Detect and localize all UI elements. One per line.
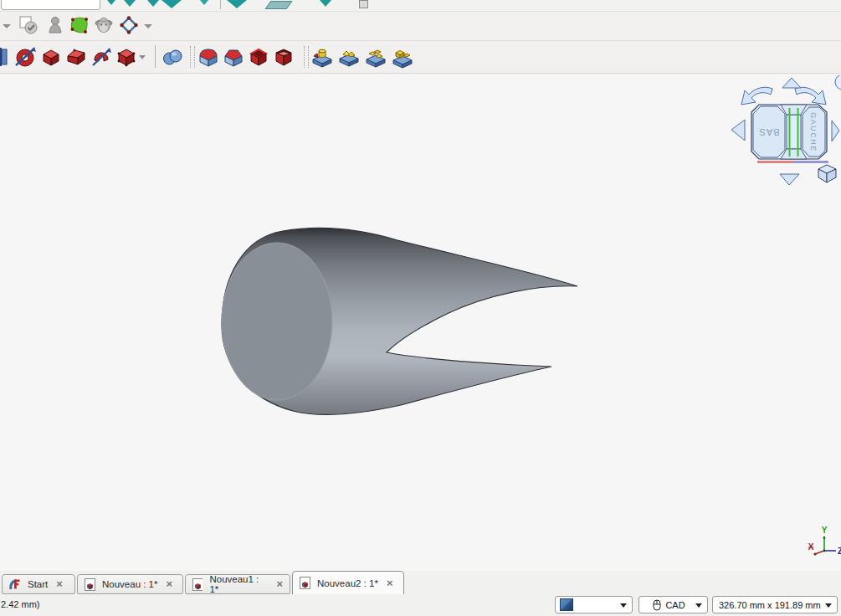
tab-label: Nouveau1 : 1*: [209, 574, 268, 594]
model-surface[interactable]: [0, 74, 841, 571]
view-dimensions-value: 326.70 mm x 191.89 mm: [719, 600, 821, 610]
navigation-style-combo[interactable]: CAD: [638, 596, 708, 613]
curve-corner-points-icon[interactable]: [117, 13, 141, 37]
teal-chevron-icon[interactable]: [320, 0, 331, 7]
mouse-icon: [653, 599, 661, 611]
boolean-fragments-icon[interactable]: [391, 45, 414, 69]
document-tab-bar: Start × Nouveau : 1* × Nouveau1 : 1* × N…: [0, 571, 841, 594]
loft-icon[interactable]: [64, 45, 88, 69]
toolbar-drag-handle[interactable]: [304, 46, 309, 68]
toolbar-row-surface: [0, 12, 841, 41]
tab-close-icon[interactable]: ×: [387, 579, 393, 588]
thickness-icon[interactable]: [272, 45, 295, 69]
tab-label: Nouveau : 1*: [102, 579, 158, 589]
boolean-section-icon[interactable]: [364, 45, 387, 69]
x-axis-label: X: [808, 542, 814, 552]
navigation-cube[interactable]: BAS GAUCHE: [728, 75, 841, 188]
3d-viewport[interactable]: BAS GAUCHE Y Z X: [0, 74, 841, 571]
tab-nouveau[interactable]: Nouveau : 1* ×: [77, 574, 183, 594]
y-axis-label: Y: [822, 526, 828, 535]
view-dimensions-combo[interactable]: 326.70 mm x 191.89 mm: [712, 596, 838, 613]
tab-close-icon[interactable]: ×: [167, 580, 173, 588]
toolbar-row-partdesign: [0, 41, 841, 74]
freecad-logo-icon: [9, 578, 21, 590]
toolbar-row-top: [0, 0, 841, 12]
teal-chevron-icon[interactable]: [107, 0, 115, 5]
dropdown-arrow-icon[interactable]: [139, 55, 146, 59]
plane-stub-icon[interactable]: [264, 1, 292, 9]
toolbar-separator: [220, 0, 221, 9]
navigation-style-value: CAD: [665, 600, 685, 610]
revolution-icon[interactable]: [13, 45, 37, 69]
combo-arrow-icon: [825, 603, 832, 608]
boolean-cut-icon[interactable]: [310, 45, 334, 69]
cube-face-label-gauche[interactable]: GAUCHE: [809, 112, 818, 152]
groove-icon[interactable]: [90, 45, 113, 69]
workbench-stub-icon[interactable]: [147, 0, 159, 7]
corner-circle-partial[interactable]: [835, 75, 841, 90]
rotate-left-arrow[interactable]: [741, 87, 772, 105]
combo-arrow-icon: [620, 603, 627, 608]
clipped-plane-icon[interactable]: [0, 45, 8, 69]
arrow-up[interactable]: [782, 78, 801, 88]
cube-body[interactable]: BAS GAUCHE: [751, 105, 827, 159]
appearance-combo[interactable]: [555, 596, 633, 613]
document-cube-icon: [192, 578, 203, 591]
boolean-common-icon[interactable]: [337, 45, 361, 69]
arrow-right[interactable]: [832, 121, 839, 141]
workbench-cube-stub-icon[interactable]: [162, 0, 182, 8]
shell-icon[interactable]: [247, 45, 270, 69]
tab-label: Nouveau2 : 1*: [317, 578, 378, 588]
axis-triad: Y Z X: [797, 523, 841, 571]
surface-filling-icon[interactable]: [68, 13, 91, 37]
tab-close-icon[interactable]: ×: [56, 580, 63, 588]
primitive-box-icon[interactable]: [115, 45, 138, 69]
status-dimension-readout: 2.42 mm): [1, 599, 39, 609]
combo-arrow-icon: [695, 603, 702, 608]
cube-face-label-bas[interactable]: BAS: [758, 127, 779, 137]
boolean-union-icon[interactable]: [161, 45, 184, 69]
tab-nouveau2-active[interactable]: Nouveau2 : 1* ×: [292, 571, 404, 594]
tab-close-icon[interactable]: ×: [276, 580, 283, 588]
chamfer-icon[interactable]: [222, 45, 245, 69]
document-cube-icon: [85, 578, 95, 591]
dropdown-chevron-icon[interactable]: [0, 14, 13, 38]
command-input[interactable]: [1, 0, 100, 10]
workbench-cube-stub-icon[interactable]: [227, 0, 247, 8]
arrow-left[interactable]: [731, 120, 745, 141]
isometric-cube-button[interactable]: [818, 165, 836, 182]
blue-swatch-icon: [560, 598, 573, 611]
validate-shape-icon[interactable]: [17, 13, 40, 37]
arrow-down[interactable]: [780, 174, 799, 185]
workbench-stub-icon[interactable]: [124, 0, 136, 7]
small-gray-icon[interactable]: [359, 0, 368, 8]
flat-circular-face[interactable]: [222, 243, 332, 400]
workbench-stub-icon[interactable]: [200, 0, 208, 5]
tab-start[interactable]: Start ×: [2, 574, 75, 594]
toolbar-drag-handle[interactable]: [190, 46, 195, 68]
dropdown-chevron-icon[interactable]: [141, 14, 155, 38]
tab-nouveau1[interactable]: Nouveau1 : 1* ×: [185, 574, 290, 594]
status-bar: 2.42 mm) CAD 326.70 mm x 191.89 mm: [0, 594, 841, 616]
toolbar-separator: [155, 45, 156, 68]
z-axis-label: Z: [838, 547, 841, 556]
rotate-right-arrow[interactable]: [795, 87, 826, 105]
sheep-icon[interactable]: [92, 13, 115, 37]
person-icon[interactable]: [44, 13, 67, 37]
pad-icon[interactable]: [39, 45, 63, 69]
tab-label: Start: [28, 579, 48, 589]
document-cube-icon: [300, 577, 310, 589]
fillet-icon[interactable]: [197, 45, 220, 69]
